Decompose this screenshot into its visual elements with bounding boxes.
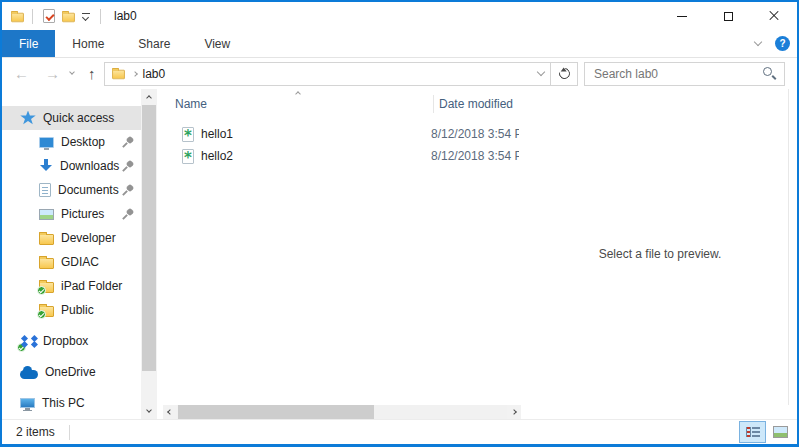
minimize-icon <box>677 16 687 17</box>
status-separator <box>69 425 70 440</box>
sort-ascending-caret-icon <box>295 91 301 97</box>
preview-message: Select a file to preview. <box>599 247 722 261</box>
column-header-name[interactable]: Name <box>163 97 433 111</box>
close-button[interactable] <box>751 2 797 30</box>
qat-customize-button[interactable] <box>79 12 93 21</box>
maximize-icon <box>724 12 733 21</box>
tab-view[interactable]: View <box>187 30 247 57</box>
scroll-up-arrow-icon[interactable] <box>141 89 157 104</box>
search-box <box>584 62 785 86</box>
details-view-button[interactable] <box>739 421 766 443</box>
scroll-left-arrow-icon[interactable] <box>163 405 177 419</box>
minimize-button[interactable] <box>659 2 705 30</box>
qat-properties-button[interactable] <box>40 9 58 23</box>
main-content: Quick accessDesktopDownloadsDocumentsPic… <box>2 89 797 419</box>
sidebar-item-label: Documents <box>58 183 119 197</box>
folder-icon <box>39 234 54 245</box>
qat-separator <box>32 9 33 24</box>
file-rows: hello18/12/2018 3:54 PMhello28/12/2018 3… <box>163 123 523 167</box>
search-icon[interactable] <box>763 67 776 80</box>
pin-icon[interactable] <box>123 185 134 196</box>
recent-locations-chevron-icon[interactable] <box>69 69 75 75</box>
qat-separator <box>100 9 101 24</box>
file-date-modified: 8/12/2018 3:54 PM <box>431 127 519 141</box>
sidebar-item-documents[interactable]: Documents <box>2 178 141 202</box>
back-button[interactable]: ← <box>14 66 29 81</box>
up-button[interactable]: ↑ <box>88 66 96 81</box>
expand-ribbon-chevron-icon[interactable] <box>754 38 762 46</box>
file-explorer-window: lab0 FileHomeShareView ? ← → ↑ lab0 <box>0 0 799 447</box>
sync-check-icon <box>17 343 26 352</box>
sidebar-item-onedrive[interactable]: OneDrive <box>2 360 141 384</box>
folder-icon <box>62 12 75 21</box>
sidebar-scrollbar-thumb[interactable] <box>142 105 156 371</box>
navigation-bar: ← → ↑ lab0 <box>2 58 797 89</box>
tab-home[interactable]: Home <box>55 30 121 57</box>
sidebar-item-label: Dropbox <box>43 334 88 348</box>
column-header-date-modified[interactable]: Date modified <box>433 97 513 111</box>
refresh-button[interactable] <box>551 62 578 86</box>
documents-icon <box>39 183 51 197</box>
navigation-pane: Quick accessDesktopDownloadsDocumentsPic… <box>2 89 163 419</box>
column-separator[interactable] <box>433 95 434 113</box>
sidebar-item-gdiac[interactable]: GDIAC <box>2 250 141 274</box>
ribbon-tab-strip: FileHomeShareView <box>2 30 247 57</box>
pin-icon[interactable] <box>123 161 134 172</box>
address-dropdown-chevron-icon[interactable] <box>537 68 545 76</box>
qat-new-folder-button[interactable] <box>58 10 79 23</box>
file-name: hello1 <box>201 127 431 141</box>
horizontal-scrollbar[interactable] <box>163 405 521 419</box>
sidebar-item-label: Pictures <box>61 207 104 221</box>
tab-share[interactable]: Share <box>121 30 187 57</box>
large-icons-view-icon <box>773 426 788 438</box>
folder-icon <box>39 258 54 269</box>
status-bar: 2 items <box>2 419 797 444</box>
search-input[interactable] <box>585 67 763 81</box>
item-count: 2 items <box>16 425 55 439</box>
customize-qat-chevron-icon <box>82 12 90 21</box>
file-row-hello1[interactable]: hello18/12/2018 3:54 PM <box>163 123 523 145</box>
breadcrumb-chevron-icon <box>132 71 138 77</box>
close-icon <box>768 10 780 22</box>
scroll-right-arrow-icon[interactable] <box>507 405 521 419</box>
scroll-down-arrow-icon[interactable] <box>141 404 157 419</box>
pin-icon[interactable] <box>123 137 134 148</box>
dropbox-icon <box>20 334 36 349</box>
horizontal-scrollbar-thumb[interactable] <box>178 405 374 419</box>
code-file-icon <box>182 127 194 142</box>
breadcrumb-segment[interactable]: lab0 <box>143 67 166 81</box>
properties-check-icon <box>43 9 55 23</box>
sidebar-item-dropbox[interactable]: Dropbox <box>2 329 141 353</box>
sidebar-item-label: Downloads <box>60 159 119 173</box>
details-view-icon <box>746 427 760 437</box>
file-row-hello2[interactable]: hello28/12/2018 3:54 PM <box>163 145 523 167</box>
sidebar-item-developer[interactable]: Developer <box>2 226 141 250</box>
sidebar-item-downloads[interactable]: Downloads <box>2 154 141 178</box>
maximize-button[interactable] <box>705 2 751 30</box>
sidebar-item-desktop[interactable]: Desktop <box>2 130 141 154</box>
this-pc-icon <box>20 398 35 408</box>
quick-access-star-icon <box>20 111 36 126</box>
sidebar-item-ipad-folder[interactable]: iPad Folder <box>2 274 141 298</box>
folder-icon <box>39 282 54 293</box>
large-icons-view-button[interactable] <box>767 421 794 443</box>
sidebar-item-label: Developer <box>61 231 116 245</box>
window-folder-icon <box>11 12 24 21</box>
sidebar-item-label: Desktop <box>61 135 105 149</box>
onedrive-icon <box>20 370 38 379</box>
sidebar-scrollbar[interactable] <box>141 89 157 419</box>
refresh-icon <box>556 66 571 81</box>
pin-icon[interactable] <box>123 209 134 220</box>
address-bar[interactable]: lab0 <box>104 62 552 86</box>
sidebar-item-this-pc[interactable]: This PC <box>2 391 141 415</box>
forward-button[interactable]: → <box>45 66 60 81</box>
sidebar-item-quick-access[interactable]: Quick access <box>2 106 141 130</box>
tab-file[interactable]: File <box>2 30 55 57</box>
sidebar-item-label: Quick access <box>43 111 114 125</box>
desktop-icon <box>39 137 54 148</box>
help-icon[interactable]: ? <box>775 36 790 51</box>
sync-check-icon <box>37 286 46 295</box>
sidebar-item-pictures[interactable]: Pictures <box>2 202 141 226</box>
sidebar-item-public[interactable]: Public <box>2 298 141 322</box>
sidebar-item-label: Public <box>61 303 94 317</box>
